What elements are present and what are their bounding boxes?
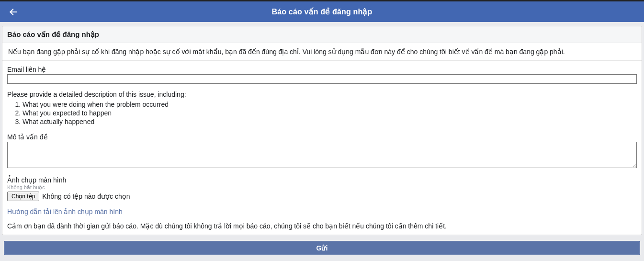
instructions-label: Please provide a detailed description of… [7,91,637,98]
submit-row: Gửi [2,235,642,255]
screenshot-guide-link[interactable]: Hướng dẫn tải lên ảnh chụp màn hình [7,208,123,216]
list-item: What you were doing when the problem occ… [23,100,637,109]
list-item: What actually happened [23,117,637,126]
email-field[interactable] [7,74,637,84]
form-card: Báo cáo vấn đề đăng nhập Nếu bạn đang gặ… [2,26,642,235]
file-upload-row: Chọn tệp Không có tệp nào được chọn [7,192,637,201]
card-description: Nếu bạn đang gặp phải sự cố khi đăng nhậ… [3,48,641,56]
instructions-list: What you were doing when the problem occ… [7,100,637,126]
choose-file-button[interactable]: Chọn tệp [7,192,39,201]
app-header: Báo cáo vấn đề đăng nhập [0,1,644,22]
back-arrow-icon[interactable] [9,7,18,17]
email-label: Email liên hệ [7,66,637,73]
screenshot-label: Ảnh chụp màn hình [7,176,637,184]
card-title: Báo cáo vấn đề đăng nhập [2,26,642,43]
submit-button[interactable]: Gửi [4,241,640,255]
file-status-text: Không có tệp nào được chọn [42,193,130,200]
thanks-text: Cảm ơn bạn đã dành thời gian gửi báo cáo… [7,222,637,230]
card-description-wrap: Nếu bạn đang gặp phải sự cố khi đăng nhậ… [2,43,642,61]
card-body: Nếu bạn đang gặp phải sự cố khi đăng nhậ… [2,43,642,235]
page-title: Báo cáo vấn đề đăng nhập [0,7,644,16]
problem-description-label: Mô tả vấn đề [7,133,637,141]
list-item: What you expected to happen [23,109,637,117]
optional-note: Không bắt buộc [7,184,637,191]
page-content: Báo cáo vấn đề đăng nhập Nếu bạn đang gặ… [0,22,644,255]
problem-description-field[interactable] [7,142,637,168]
